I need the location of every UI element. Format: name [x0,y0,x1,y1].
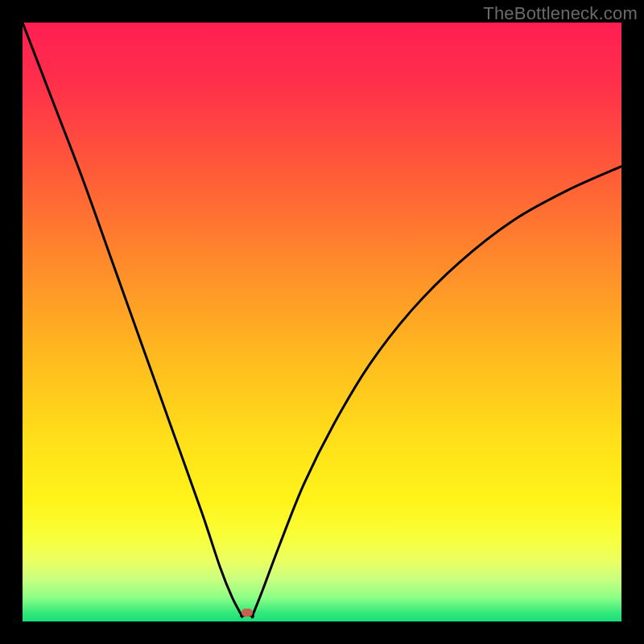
chart-container: TheBottleneck.com [0,0,644,644]
bottleneck-curve [23,23,621,617]
optimum-marker [242,609,253,617]
plot-area [23,23,621,621]
watermark-text: TheBottleneck.com [483,3,638,24]
curve-layer [23,23,621,621]
